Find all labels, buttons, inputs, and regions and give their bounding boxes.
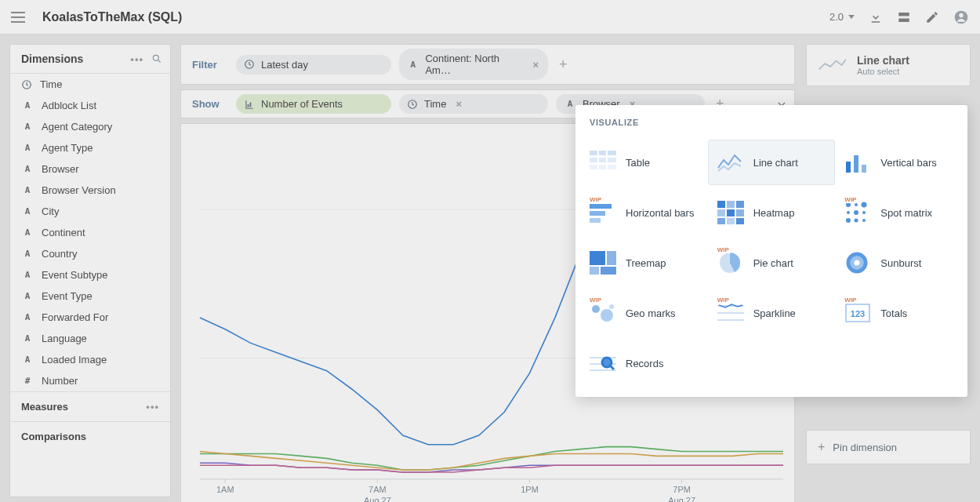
sidebar: Dimensions ••• TimeAAdblock ListAAgent C…: [9, 44, 171, 497]
viz-option-line[interactable]: Line chart: [708, 140, 836, 185]
viz-subtitle: Auto select: [857, 67, 909, 76]
close-icon[interactable]: ×: [456, 98, 462, 110]
dimension-item[interactable]: ABrowser: [10, 158, 170, 180]
dimension-item[interactable]: ALanguage: [10, 328, 170, 349]
svg-line-72: [610, 366, 614, 369]
tree-icon: [590, 251, 616, 275]
svg-point-47: [847, 211, 850, 214]
heat-icon: [717, 201, 744, 224]
dimension-item[interactable]: AAdblock List: [10, 95, 170, 116]
dimension-label: Browser Version: [42, 184, 116, 196]
dimension-item[interactable]: AEvent Subtype: [10, 264, 170, 286]
geo-icon: WIP: [590, 301, 616, 325]
viz-option-label: Heatmap: [753, 207, 795, 219]
svg-text:Aug 27: Aug 27: [668, 496, 695, 502]
viz-option-vbar[interactable]: Vertical bars: [835, 140, 963, 185]
tot-icon: WIP123: [844, 301, 871, 325]
viz-option-label: Treemap: [626, 257, 666, 269]
viz-option-label: Table: [626, 157, 650, 169]
dimension-item[interactable]: AEvent Type: [10, 286, 170, 307]
edit-icon[interactable]: [925, 10, 939, 24]
app-header: KoalasToTheMax (SQL) 2.0: [0, 0, 980, 35]
clock-icon: [407, 99, 418, 110]
pin-dimension-button[interactable]: + Pin dimension: [806, 430, 971, 464]
svg-rect-25: [590, 158, 616, 162]
svg-point-60: [592, 305, 600, 313]
dimension-item[interactable]: ACountry: [10, 243, 170, 264]
close-icon[interactable]: ×: [532, 59, 539, 71]
line-chart-icon: [818, 56, 846, 75]
version-label: 2.0: [829, 11, 844, 23]
svg-line-5: [158, 60, 161, 62]
dimension-label: Agent Type: [42, 142, 93, 154]
svg-point-52: [862, 219, 866, 222]
svg-point-46: [862, 202, 867, 208]
measures-header[interactable]: Measures •••: [10, 391, 170, 421]
svg-rect-54: [607, 251, 616, 265]
viz-option-spark[interactable]: WIPSparkline: [708, 290, 836, 336]
svg-text:1AM: 1AM: [216, 485, 234, 494]
page-title: KoalasToTheMax (SQL): [42, 10, 182, 24]
svg-rect-1: [898, 18, 909, 22]
svg-rect-36: [727, 201, 735, 208]
viz-option-label: Records: [626, 358, 663, 369]
viz-option-label: Horizontal bars: [626, 207, 694, 219]
pie-icon: WIP: [717, 251, 744, 275]
dimension-item[interactable]: AContinent: [10, 222, 170, 243]
viz-option-geo[interactable]: WIPGeo marks: [580, 290, 708, 336]
svg-rect-26: [590, 165, 616, 169]
svg-text:7AM: 7AM: [368, 485, 387, 494]
viz-option-heat[interactable]: Heatmap: [708, 190, 836, 235]
viz-option-label: Sunburst: [880, 257, 921, 269]
rec-icon: [590, 351, 616, 375]
viz-option-hbar[interactable]: WIPHorizontal bars: [580, 190, 708, 235]
plus-icon: +: [818, 440, 825, 454]
show-pill-measure[interactable]: Number of Events: [236, 94, 391, 114]
text-type-icon: A: [21, 249, 34, 259]
dimension-label: Language: [42, 333, 87, 344]
clock-icon: [21, 79, 32, 90]
comparisons-header[interactable]: Comparisons: [10, 421, 170, 451]
viz-option-label: Pie chart: [753, 257, 793, 269]
viz-summary-card[interactable]: Line chart Auto select: [806, 44, 971, 86]
viz-option-table[interactable]: Table: [580, 140, 708, 185]
panels-icon[interactable]: [897, 10, 911, 24]
more-icon[interactable]: •••: [130, 53, 143, 65]
filter-pill-continent[interactable]: A Continent: North Am… ×: [399, 49, 548, 80]
dimension-item[interactable]: ABrowser Version: [10, 180, 170, 201]
viz-option-tree[interactable]: Treemap: [580, 240, 708, 286]
clock-icon: [244, 59, 255, 70]
filter-pill-time[interactable]: Latest day: [236, 55, 391, 75]
svg-text:1PM: 1PM: [521, 485, 539, 494]
download-icon[interactable]: [869, 10, 883, 24]
dimension-label: City: [42, 206, 59, 217]
version-selector[interactable]: 2.0: [829, 11, 855, 23]
text-type-icon: A: [21, 270, 34, 280]
viz-option-sun[interactable]: Sunburst: [835, 240, 963, 286]
show-pill-time[interactable]: Time ×: [399, 94, 548, 114]
more-icon[interactable]: •••: [146, 401, 159, 413]
account-icon[interactable]: [953, 9, 969, 25]
dimension-label: Loaded Image: [42, 354, 107, 366]
dimension-item[interactable]: ACity: [10, 201, 170, 222]
dimension-item[interactable]: AAgent Category: [10, 116, 170, 137]
search-icon[interactable]: [151, 53, 162, 64]
add-filter-button[interactable]: +: [556, 56, 571, 73]
dimension-label: Forwarded For: [42, 311, 108, 323]
viz-option-tot[interactable]: WIP123Totals: [835, 290, 963, 336]
svg-rect-53: [590, 251, 605, 265]
dimension-item[interactable]: AAgent Type: [10, 137, 170, 158]
dimension-item[interactable]: AForwarded For: [10, 307, 170, 328]
viz-option-label: Spot matrix: [880, 207, 932, 219]
hamburger-icon[interactable]: [11, 9, 28, 26]
dimension-label: Event Type: [42, 290, 93, 302]
viz-option-rec[interactable]: Records: [580, 340, 708, 386]
viz-option-spot[interactable]: WIPSpot matrix: [835, 190, 963, 235]
dimension-item[interactable]: #Number: [10, 370, 170, 391]
dimension-label: Browser: [42, 163, 79, 175]
svg-rect-8: [248, 104, 249, 107]
dimensions-header: Dimensions •••: [10, 45, 170, 74]
viz-option-pie[interactable]: WIPPie chart: [708, 240, 836, 286]
dimension-item[interactable]: ALoaded Image: [10, 349, 170, 370]
dimension-item[interactable]: Time: [10, 74, 170, 95]
